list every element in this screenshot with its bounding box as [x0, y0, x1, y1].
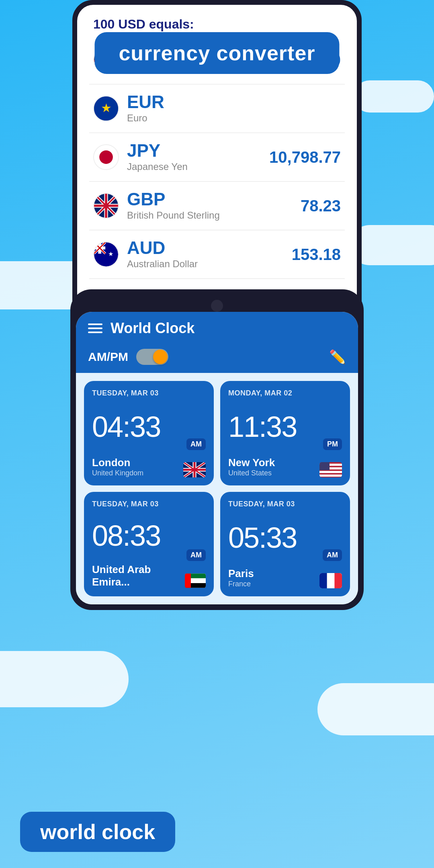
ampm-label: AM/PM [88, 350, 128, 364]
clock-date-paris: TUESDAY, MAR 03 [228, 500, 342, 508]
clock-city-london: London [92, 457, 143, 469]
notch-camera [211, 300, 223, 312]
world-clock-phone: World Clock AM/PM ✏️ TUESDAY, MAR 03 04:… [70, 289, 364, 610]
svg-text:★: ★ [108, 250, 113, 257]
flag-gbp [93, 193, 119, 219]
world-clock-screen: World Clock AM/PM ✏️ TUESDAY, MAR 03 04:… [76, 312, 358, 604]
currency-name-eur: Euro [127, 113, 341, 124]
clock-card-newyork[interactable]: MONDAY, MAR 02 11:33 PM New York United … [220, 381, 350, 485]
world-clock-label: world clock [40, 820, 155, 843]
clock-card-london[interactable]: TUESDAY, MAR 03 04:33 AM London United K… [84, 381, 214, 485]
currency-row-gbp[interactable]: GBP British Pound Sterling 78.23 [89, 182, 345, 230]
clock-city-info-newyork: New York United States [228, 457, 275, 477]
ampm-toggle[interactable] [136, 349, 168, 365]
clock-footer-paris: Paris France [228, 567, 342, 588]
currency-code-eur: EUR [127, 93, 341, 111]
clock-date-london: TUESDAY, MAR 03 [92, 389, 206, 397]
clock-city-info-london: London United Kingdom [92, 457, 143, 477]
cloud-4 [317, 683, 434, 735]
clock-city-uae: United Arab Emira... [92, 563, 185, 588]
svg-rect-52 [319, 573, 327, 588]
hamburger-line-3 [88, 332, 102, 333]
clock-city-newyork: New York [228, 457, 275, 469]
flag-badge-uae [185, 573, 206, 588]
clock-grid: TUESDAY, MAR 03 04:33 AM London United K… [76, 373, 358, 604]
currency-row-aud[interactable]: ★ AUD Australian Dollar 153.18 [89, 230, 345, 279]
currency-info-eur: EUR Euro [127, 93, 341, 124]
cloud-5 [354, 80, 434, 113]
currency-value-aud: 153.18 [292, 246, 341, 264]
world-clock-subheader: AM/PM ✏️ [76, 345, 358, 373]
hamburger-menu-icon[interactable] [88, 323, 102, 333]
currency-value-gbp: 78.23 [301, 197, 341, 215]
edit-icon[interactable]: ✏️ [329, 349, 346, 365]
flag-badge-newyork [319, 462, 342, 477]
toggle-thumb [153, 350, 168, 364]
svg-rect-44 [319, 471, 342, 473]
currency-name-gbp: British Pound Sterling [127, 210, 301, 221]
currency-code-gbp: GBP [127, 190, 301, 208]
clock-city-paris: Paris [228, 567, 254, 580]
clock-footer-newyork: New York United States [228, 457, 342, 477]
currency-info-aud: AUD Australian Dollar [127, 239, 292, 270]
clock-footer-london: London United Kingdom [92, 457, 206, 477]
world-clock-header: World Clock [76, 312, 358, 345]
clock-country-paris: France [228, 580, 254, 588]
currency-name-jpy: Japanese Yen [127, 161, 269, 172]
currency-row-eur[interactable]: ★ EUR Euro [89, 84, 345, 133]
currency-row-jpy[interactable]: JPY Japanese Yen 10,798.77 [89, 133, 345, 182]
currency-info-gbp: GBP British Pound Sterling [127, 190, 301, 221]
ampm-badge-paris: AM [323, 549, 342, 561]
svg-rect-45 [319, 475, 342, 477]
flag-badge-paris [319, 573, 342, 588]
clock-country-newyork: United States [228, 469, 275, 477]
currency-code-jpy: JPY [127, 142, 269, 160]
svg-point-9 [99, 150, 113, 164]
world-clock-banner: world clock [20, 812, 175, 852]
svg-rect-53 [334, 573, 342, 588]
currency-info-jpy: JPY Japanese Yen [127, 142, 269, 172]
flag-aud: ★ [93, 242, 119, 267]
hamburger-line-1 [88, 323, 102, 325]
clock-date-uae: TUESDAY, MAR 03 [92, 500, 206, 508]
cloud-3 [0, 651, 129, 707]
world-clock-title: World Clock [111, 320, 346, 337]
clock-date-newyork: MONDAY, MAR 02 [228, 389, 342, 397]
svg-rect-50 [185, 573, 191, 588]
clock-country-london: United Kingdom [92, 469, 143, 477]
clock-footer-uae: United Arab Emira... [92, 563, 206, 588]
currency-value-jpy: 10,798.77 [269, 148, 341, 166]
ampm-badge-uae: AM [186, 549, 206, 561]
phone-notch [76, 295, 358, 312]
svg-text:★: ★ [101, 101, 112, 115]
cloud-2 [350, 225, 434, 265]
ampm-badge-london: AM [186, 438, 206, 450]
currency-code-aud: AUD [127, 239, 292, 257]
ampm-badge-newyork: PM [323, 438, 342, 450]
clock-city-info-uae: United Arab Emira... [92, 563, 185, 588]
hamburger-line-2 [88, 328, 102, 329]
clock-card-uae[interactable]: TUESDAY, MAR 03 08:33 AM United Arab Emi… [84, 492, 214, 596]
toggle-track [136, 349, 168, 365]
currency-name-aud: Australian Dollar [127, 258, 292, 270]
currency-converter-banner: currency converter [94, 32, 339, 74]
currency-list: USD US Dollar 100 ★ EUR Euro [77, 36, 357, 328]
clock-card-paris[interactable]: TUESDAY, MAR 03 05:33 AM Paris France [220, 492, 350, 596]
svg-rect-46 [319, 462, 330, 470]
flag-jpy [93, 144, 119, 170]
flag-badge-london [183, 462, 206, 477]
flag-eur: ★ [93, 96, 119, 121]
currency-header: 100 USD equals: [77, 5, 357, 36]
clock-city-info-paris: Paris France [228, 567, 254, 588]
currency-converter-label: currency converter [119, 41, 315, 65]
